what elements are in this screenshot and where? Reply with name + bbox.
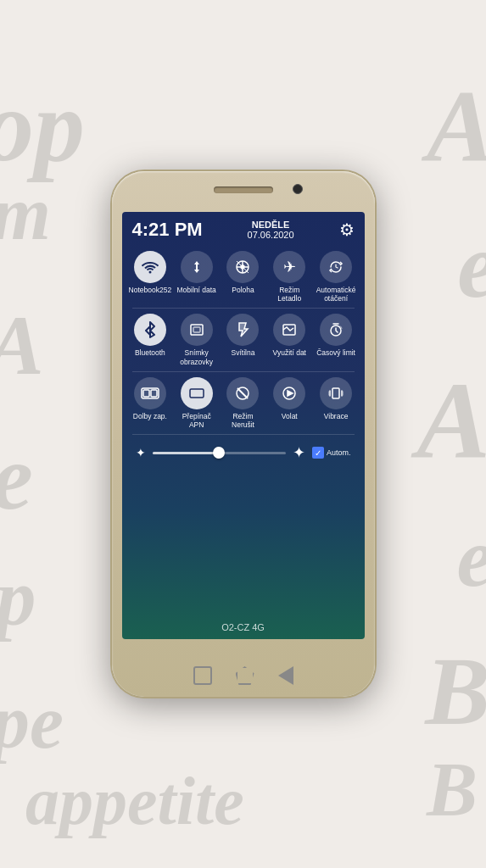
qs-divider-1 (132, 308, 355, 309)
quick-settings-panel: Notebook252 Mobilní data (122, 244, 365, 615)
brightness-row: ✦ ✦ ✓ Autom. (127, 437, 360, 469)
bg-deco-r3: A (416, 356, 486, 483)
bg-deco-r5: B (425, 636, 486, 748)
qs-dnd-label: Režim Nerušit (221, 412, 264, 429)
auto-check-icon: ✓ (312, 447, 324, 459)
qs-vibrate[interactable]: Vibrace (313, 374, 359, 432)
bg-deco-6: pe (0, 678, 64, 765)
screenshot-icon (181, 314, 213, 346)
flashlight-icon (226, 314, 259, 346)
qs-location-label: Poloha (232, 286, 254, 294)
dolby-icon (134, 377, 166, 409)
dnd-icon (226, 377, 259, 409)
svg-rect-0 (196, 264, 198, 270)
svg-rect-15 (190, 389, 204, 398)
qs-time-limit-label: Časový limit (316, 348, 355, 357)
bg-deco-2: m (0, 170, 51, 257)
apn-icon (181, 377, 213, 409)
back-button[interactable] (278, 666, 293, 685)
brightness-fill (153, 452, 220, 454)
phone-camera (293, 184, 303, 194)
bg-deco-5: p (0, 551, 36, 644)
qs-apn[interactable]: Přepínač APN (174, 374, 220, 432)
wifi-icon (134, 251, 166, 283)
page-background: op m A e p pe appetite A e A e B B 4:21 … (0, 0, 486, 868)
status-time: 4:21 PM (132, 219, 203, 241)
qs-data-usage-label: Využití dat (273, 348, 306, 357)
bg-deco-r2: e (457, 212, 486, 320)
qs-mobile-data[interactable]: Mobilní data (174, 248, 220, 306)
brightness-auto[interactable]: ✓ Autom. (312, 447, 351, 459)
qs-cast-label: Volat (282, 412, 298, 420)
recents-button[interactable] (193, 666, 212, 685)
phone-speaker (214, 186, 273, 193)
qs-bluetooth-label: Bluetooth (135, 348, 165, 357)
carrier-info: O2-CZ 4G (122, 615, 365, 639)
qs-autorotate-label: Automatické otáčení (315, 286, 357, 303)
svg-line-17 (237, 388, 248, 398)
qs-divider-3 (132, 434, 355, 435)
qs-divider-2 (132, 371, 355, 372)
qs-data-usage[interactable]: Využití dat (266, 310, 312, 369)
qs-time-limit[interactable]: Časový limit (313, 310, 359, 369)
qs-wifi[interactable]: Notebook252 (127, 248, 173, 306)
status-date: NEDĚLE 07.06.2020 (248, 220, 294, 240)
qs-cast[interactable]: Volat (266, 374, 312, 432)
status-day: NEDĚLE (248, 220, 294, 230)
qs-apn-label: Přepínač APN (176, 412, 218, 429)
svg-rect-14 (151, 390, 157, 397)
svg-marker-19 (288, 391, 293, 396)
bg-deco-r1: A (427, 68, 486, 185)
qs-autorotate[interactable]: Automatické otáčení (313, 248, 359, 306)
qs-screenshot[interactable]: Snímky obrazovky (174, 310, 220, 369)
brightness-slider[interactable] (153, 452, 286, 454)
qs-flashlight-label: Svítilna (232, 348, 255, 357)
vibrate-icon (320, 377, 352, 409)
bg-deco-r4: e (457, 509, 486, 606)
qs-row-1: Notebook252 Mobilní data (127, 248, 360, 306)
svg-rect-13 (143, 390, 149, 397)
qs-flashlight[interactable]: Svítilna (220, 310, 265, 369)
phone-shell: 4:21 PM NEDĚLE 07.06.2020 ⚙ (112, 171, 375, 697)
brightness-auto-label: Autom. (327, 448, 351, 457)
qs-bluetooth[interactable]: Bluetooth (127, 310, 173, 369)
brightness-high-icon: ✦ (293, 443, 305, 462)
qs-row-2: Bluetooth Snímky obrazovky (127, 310, 360, 369)
bg-deco-3: A (0, 297, 44, 394)
location-icon (226, 251, 259, 283)
autorotate-icon (320, 251, 352, 283)
status-bar: 4:21 PM NEDĚLE 07.06.2020 ⚙ (122, 212, 365, 244)
bg-deco-7: appetite (25, 763, 244, 840)
qs-mobile-data-label: Mobilní data (177, 286, 216, 294)
qs-airplane-label: Režim Letadlo (268, 286, 310, 303)
data-usage-icon (273, 314, 305, 346)
settings-icon[interactable]: ⚙ (339, 220, 355, 240)
qs-screenshot-label: Snímky obrazovky (176, 348, 218, 365)
airplane-icon: ✈ (273, 251, 305, 283)
qs-dolby-label: Dolby zap. (133, 412, 167, 420)
phone-screen: 4:21 PM NEDĚLE 07.06.2020 ⚙ (122, 212, 365, 639)
bg-deco-1: op (0, 68, 85, 185)
time-limit-icon (320, 314, 352, 346)
cast-icon (273, 377, 305, 409)
bg-deco-r6: B (427, 746, 478, 833)
bg-deco-4: e (0, 424, 33, 531)
status-date-value: 07.06.2020 (248, 230, 294, 240)
qs-dolby[interactable]: Dolby zap. (127, 374, 173, 432)
home-button[interactable] (236, 666, 254, 685)
qs-airplane[interactable]: ✈ Režim Letadlo (266, 248, 312, 306)
mobile-data-icon (181, 251, 213, 283)
brightness-thumb (213, 447, 225, 459)
qs-vibrate-label: Vibrace (324, 412, 349, 420)
bluetooth-icon (134, 314, 166, 346)
qs-row-3: Dolby zap. Přepínač APN (127, 374, 360, 432)
svg-rect-20 (332, 388, 339, 398)
svg-rect-6 (191, 325, 203, 335)
phone-nav-buttons (193, 666, 293, 685)
svg-rect-7 (193, 327, 200, 332)
qs-wifi-label: Notebook252 (129, 286, 172, 294)
svg-marker-8 (239, 323, 248, 337)
qs-location[interactable]: Poloha (220, 248, 265, 306)
brightness-low-icon: ✦ (136, 446, 146, 459)
qs-dnd[interactable]: Režim Nerušit (220, 374, 265, 432)
